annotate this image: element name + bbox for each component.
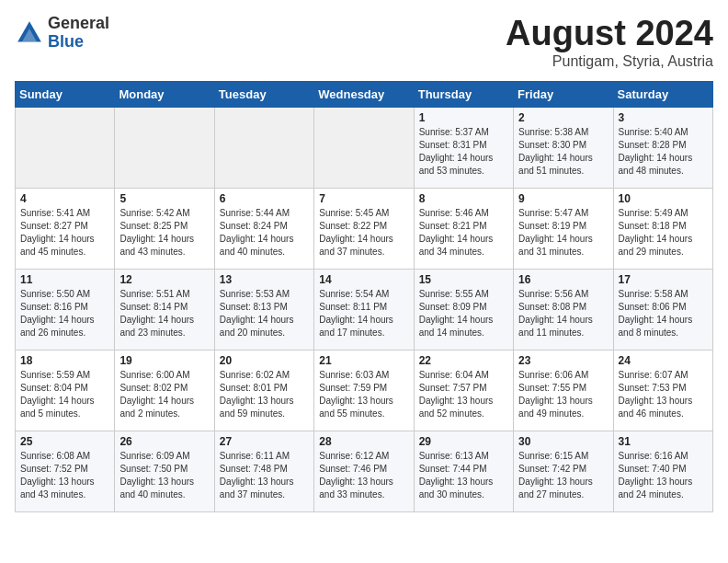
calendar-cell: 4Sunrise: 5:41 AM Sunset: 8:27 PM Daylig… [16,188,115,269]
day-number: 23 [518,354,608,367]
day-number: 7 [319,192,408,205]
calendar-week-row: 1Sunrise: 5:37 AM Sunset: 8:31 PM Daylig… [16,107,713,188]
day-number: 5 [119,192,209,205]
weekday-header-thursday: Thursday [414,81,513,107]
day-info: Sunrise: 5:58 AM Sunset: 8:06 PM Dayligh… [619,288,708,339]
day-number: 11 [20,273,109,286]
day-info: Sunrise: 5:38 AM Sunset: 8:30 PM Dayligh… [518,126,608,178]
calendar-cell: 8Sunrise: 5:46 AM Sunset: 8:21 PM Daylig… [414,188,513,269]
day-info: Sunrise: 6:02 AM Sunset: 8:01 PM Dayligh… [220,369,309,420]
calendar-cell: 1Sunrise: 5:37 AM Sunset: 8:31 PM Daylig… [414,107,513,188]
day-number: 24 [619,354,708,367]
day-info: Sunrise: 6:16 AM Sunset: 7:40 PM Dayligh… [619,450,708,501]
day-number: 2 [518,111,608,124]
calendar-cell [115,107,214,188]
day-info: Sunrise: 6:09 AM Sunset: 7:50 PM Dayligh… [119,450,209,501]
day-info: Sunrise: 5:47 AM Sunset: 8:19 PM Dayligh… [518,207,608,259]
day-number: 10 [619,192,708,205]
day-number: 6 [220,192,309,205]
logo-icon [15,18,44,48]
day-info: Sunrise: 6:06 AM Sunset: 7:55 PM Dayligh… [518,369,608,420]
calendar-cell: 21Sunrise: 6:03 AM Sunset: 7:59 PM Dayli… [314,350,414,431]
page-header: General Blue August 2024 Puntigam, Styri… [15,15,713,70]
day-info: Sunrise: 6:12 AM Sunset: 7:46 PM Dayligh… [319,450,408,501]
calendar-cell: 18Sunrise: 5:59 AM Sunset: 8:04 PM Dayli… [16,350,115,431]
day-number: 1 [419,111,508,124]
day-info: Sunrise: 5:40 AM Sunset: 8:28 PM Dayligh… [619,126,708,178]
day-number: 28 [319,435,408,448]
day-number: 22 [419,354,508,367]
calendar-cell: 16Sunrise: 5:56 AM Sunset: 8:08 PM Dayli… [514,269,613,350]
logo-general-text: General [48,15,109,33]
month-title: August 2024 [506,15,713,53]
day-info: Sunrise: 6:03 AM Sunset: 7:59 PM Dayligh… [319,369,408,420]
day-info: Sunrise: 5:44 AM Sunset: 8:24 PM Dayligh… [220,207,309,259]
logo-blue-text: Blue [48,33,109,52]
day-number: 26 [119,435,209,448]
day-info: Sunrise: 6:13 AM Sunset: 7:44 PM Dayligh… [419,450,508,501]
calendar-cell [214,107,313,188]
day-info: Sunrise: 5:46 AM Sunset: 8:21 PM Dayligh… [419,207,508,259]
calendar-cell [16,107,115,188]
day-info: Sunrise: 5:50 AM Sunset: 8:16 PM Dayligh… [20,288,109,339]
calendar-cell [314,107,414,188]
day-number: 19 [119,354,209,367]
calendar-cell: 15Sunrise: 5:55 AM Sunset: 8:09 PM Dayli… [414,269,513,350]
calendar-cell: 9Sunrise: 5:47 AM Sunset: 8:19 PM Daylig… [514,188,613,269]
day-info: Sunrise: 5:37 AM Sunset: 8:31 PM Dayligh… [419,126,508,178]
day-info: Sunrise: 5:59 AM Sunset: 8:04 PM Dayligh… [20,369,109,420]
calendar-cell: 24Sunrise: 6:07 AM Sunset: 7:53 PM Dayli… [613,350,712,431]
calendar-cell: 14Sunrise: 5:54 AM Sunset: 8:11 PM Dayli… [314,269,414,350]
day-info: Sunrise: 6:11 AM Sunset: 7:48 PM Dayligh… [220,450,309,501]
calendar-week-row: 18Sunrise: 5:59 AM Sunset: 8:04 PM Dayli… [16,350,713,431]
day-info: Sunrise: 5:45 AM Sunset: 8:22 PM Dayligh… [319,207,408,259]
day-number: 17 [619,273,708,286]
calendar-cell: 22Sunrise: 6:04 AM Sunset: 7:57 PM Dayli… [414,350,513,431]
weekday-header-tuesday: Tuesday [214,81,313,107]
day-info: Sunrise: 5:41 AM Sunset: 8:27 PM Dayligh… [20,207,109,259]
day-number: 9 [518,192,608,205]
day-number: 16 [518,273,608,286]
weekday-header-monday: Monday [115,81,214,107]
day-number: 20 [220,354,309,367]
day-info: Sunrise: 5:54 AM Sunset: 8:11 PM Dayligh… [319,288,408,339]
calendar-week-row: 4Sunrise: 5:41 AM Sunset: 8:27 PM Daylig… [16,188,713,269]
calendar-cell: 10Sunrise: 5:49 AM Sunset: 8:18 PM Dayli… [613,188,712,269]
day-info: Sunrise: 6:00 AM Sunset: 8:02 PM Dayligh… [119,369,209,420]
day-number: 31 [619,435,708,448]
calendar-cell: 20Sunrise: 6:02 AM Sunset: 8:01 PM Dayli… [214,350,313,431]
calendar-cell: 12Sunrise: 5:51 AM Sunset: 8:14 PM Dayli… [115,269,214,350]
day-info: Sunrise: 6:04 AM Sunset: 7:57 PM Dayligh… [419,369,508,420]
day-info: Sunrise: 5:53 AM Sunset: 8:13 PM Dayligh… [220,288,309,339]
calendar-cell: 25Sunrise: 6:08 AM Sunset: 7:52 PM Dayli… [16,431,115,511]
day-info: Sunrise: 5:42 AM Sunset: 8:25 PM Dayligh… [119,207,209,259]
weekday-header-wednesday: Wednesday [314,81,414,107]
calendar-cell: 2Sunrise: 5:38 AM Sunset: 8:30 PM Daylig… [514,107,613,188]
day-number: 21 [319,354,408,367]
calendar-cell: 30Sunrise: 6:15 AM Sunset: 7:42 PM Dayli… [514,431,613,511]
weekday-header-saturday: Saturday [613,81,712,107]
day-info: Sunrise: 6:08 AM Sunset: 7:52 PM Dayligh… [20,450,109,501]
day-number: 3 [619,111,708,124]
calendar-cell: 11Sunrise: 5:50 AM Sunset: 8:16 PM Dayli… [16,269,115,350]
day-number: 25 [20,435,109,448]
calendar-table: SundayMondayTuesdayWednesdayThursdayFrid… [15,81,713,512]
calendar-cell: 27Sunrise: 6:11 AM Sunset: 7:48 PM Dayli… [214,431,313,511]
calendar-cell: 7Sunrise: 5:45 AM Sunset: 8:22 PM Daylig… [314,188,414,269]
calendar-cell: 13Sunrise: 5:53 AM Sunset: 8:13 PM Dayli… [214,269,313,350]
day-info: Sunrise: 5:49 AM Sunset: 8:18 PM Dayligh… [619,207,708,259]
calendar-week-row: 11Sunrise: 5:50 AM Sunset: 8:16 PM Dayli… [16,269,713,350]
logo: General Blue [15,15,109,52]
calendar-week-row: 25Sunrise: 6:08 AM Sunset: 7:52 PM Dayli… [16,431,713,511]
location-subtitle: Puntigam, Styria, Austria [506,53,713,70]
title-area: August 2024 Puntigam, Styria, Austria [506,15,713,70]
day-number: 8 [419,192,508,205]
day-number: 12 [119,273,209,286]
day-number: 4 [20,192,109,205]
day-number: 13 [220,273,309,286]
calendar-cell: 23Sunrise: 6:06 AM Sunset: 7:55 PM Dayli… [514,350,613,431]
weekday-header-row: SundayMondayTuesdayWednesdayThursdayFrid… [16,81,713,107]
calendar-cell: 29Sunrise: 6:13 AM Sunset: 7:44 PM Dayli… [414,431,513,511]
logo-text: General Blue [48,15,109,52]
calendar-cell: 3Sunrise: 5:40 AM Sunset: 8:28 PM Daylig… [613,107,712,188]
